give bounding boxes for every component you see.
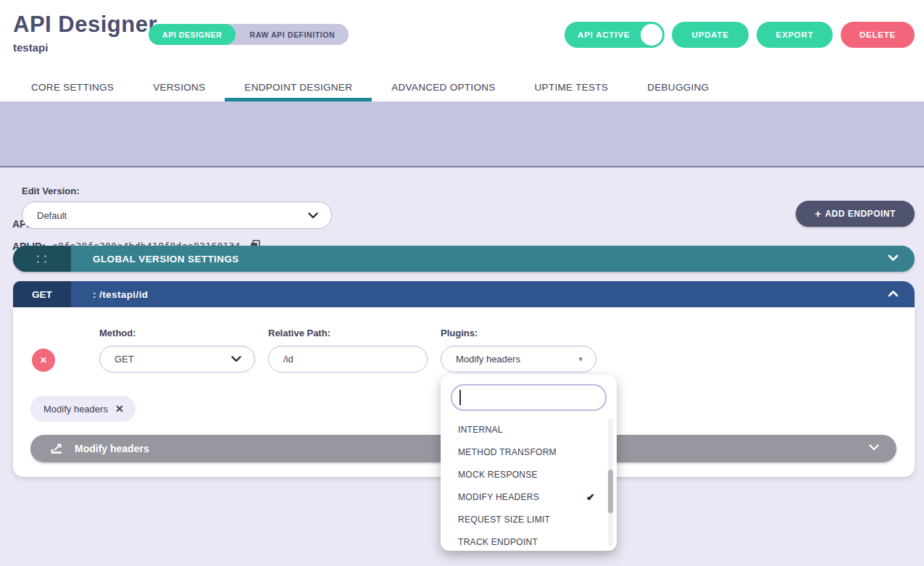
tab-uptime-tests[interactable]: UPTIME TESTS (515, 72, 628, 101)
toggle-raw-api-definition[interactable]: RAW API DEFINITION (236, 24, 349, 45)
plugin-chip-label: Modify headers (43, 404, 108, 415)
relative-path-label: Relative Path: (268, 328, 330, 338)
update-button[interactable]: UPDATE (672, 22, 749, 48)
delete-button[interactable]: DELETE (841, 22, 915, 48)
add-endpoint-button[interactable]: + ADD ENDPOINT (796, 201, 915, 227)
remove-endpoint-button[interactable]: ✕ (32, 349, 55, 372)
plus-icon: + (815, 207, 821, 220)
drag-handle-icon[interactable] (13, 246, 71, 272)
tab-core-settings[interactable]: CORE SETTINGS (12, 72, 133, 101)
designer-mode-toggle: API DESIGNER RAW API DEFINITION (149, 24, 349, 45)
api-name-subtitle: testapi (13, 41, 48, 54)
plugin-option-internal[interactable]: INTERNAL (441, 418, 617, 441)
method-select[interactable]: GET (99, 346, 255, 373)
endpoint-method-badge: GET (13, 281, 71, 307)
modify-headers-icon (51, 443, 63, 454)
app-title: API Designer (13, 12, 157, 38)
endpoint-path-label: : /testapi/id (93, 289, 148, 300)
plugin-option-request-size-limit[interactable]: REQUEST SIZE LIMIT (441, 508, 617, 530)
chevron-down-icon (308, 212, 318, 219)
toggle-api-designer[interactable]: API DESIGNER (149, 24, 236, 45)
chevron-down-icon (231, 356, 241, 362)
close-icon: ✕ (40, 355, 47, 365)
api-info-band: API URL: https://tyk123.cloudv2.tyk.io/t… (0, 101, 924, 167)
plugins-select-value: Modify headers (456, 354, 520, 365)
version-select[interactable]: Default (22, 201, 332, 229)
relative-path-value: /id (283, 354, 294, 365)
app-header: API Designer testapi API DESIGNER RAW AP… (0, 0, 924, 101)
dropdown-scrollbar-thumb[interactable] (608, 470, 613, 513)
relative-path-input[interactable]: /id (268, 346, 428, 373)
endpoint-header-bar[interactable]: GET : /testapi/id (13, 281, 915, 307)
chevron-down-icon[interactable] (869, 444, 879, 451)
export-button[interactable]: EXPORT (757, 22, 833, 48)
chevron-up-icon[interactable] (888, 290, 899, 297)
add-endpoint-label: ADD ENDPOINT (825, 209, 895, 219)
toggle-knob[interactable] (641, 24, 662, 46)
tab-versions[interactable]: VERSIONS (133, 72, 225, 101)
plugins-label: Plugins: (441, 328, 478, 338)
remove-plugin-icon[interactable]: ✕ (115, 403, 124, 415)
tab-advanced-options[interactable]: ADVANCED OPTIONS (372, 72, 515, 101)
version-select-value: Default (37, 210, 67, 221)
plugin-options-list: INTERNAL METHOD TRANSFORM MOCK RESPONSE … (441, 418, 617, 553)
global-version-settings-label: GLOBAL VERSION SETTINGS (93, 254, 239, 265)
tab-debugging[interactable]: DEBUGGING (628, 72, 728, 101)
plugin-search-input[interactable] (451, 384, 607, 411)
selected-plugin-chip: Modify headers ✕ (30, 396, 136, 422)
chevron-down-icon[interactable] (888, 254, 899, 262)
api-active-toggle[interactable]: API ACTIVE (565, 22, 665, 48)
tab-endpoint-designer[interactable]: ENDPOINT DESIGNER (225, 72, 372, 101)
plugins-select[interactable]: Modify headers ▾ (441, 346, 596, 373)
plugin-option-track-endpoint[interactable]: TRACK ENDPOINT (441, 530, 617, 553)
plugin-bar-label: Modify headers (75, 443, 149, 454)
plugin-option-modify-headers[interactable]: MODIFY HEADERS ✔ (441, 486, 617, 508)
plugin-option-method-transform[interactable]: METHOD TRANSFORM (441, 441, 617, 463)
api-active-label: API ACTIVE (578, 30, 630, 39)
global-version-settings-bar[interactable]: GLOBAL VERSION SETTINGS (13, 246, 915, 272)
plugin-option-mock-response[interactable]: MOCK RESPONSE (441, 463, 617, 486)
edit-version-label: Edit Version: (22, 186, 79, 196)
method-label: Method: (99, 328, 136, 338)
section-tabs: CORE SETTINGS VERSIONS ENDPOINT DESIGNER… (12, 72, 728, 101)
plugins-dropdown-panel: INTERNAL METHOD TRANSFORM MOCK RESPONSE … (441, 375, 617, 551)
check-icon: ✔ (586, 491, 595, 503)
text-cursor (459, 390, 461, 405)
caret-down-icon: ▾ (578, 354, 583, 364)
method-select-value: GET (115, 354, 134, 365)
